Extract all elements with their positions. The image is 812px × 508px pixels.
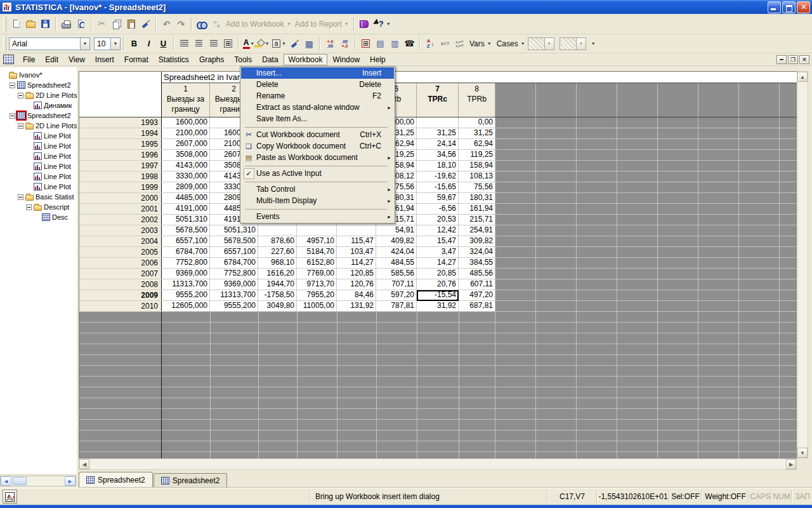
tree-item[interactable]: 2D Line Plots — [0, 121, 77, 131]
increase-decimals-button[interactable]: +.0.00 — [323, 36, 337, 51]
data-cell[interactable]: 4485,000 — [162, 193, 210, 204]
align-right-button[interactable] — [206, 36, 221, 51]
font-size-dropdown-icon[interactable]: ▼ — [110, 37, 121, 50]
data-cell[interactable]: 4143,000 — [162, 161, 210, 171]
data-cell[interactable]: 2607,000 — [162, 139, 210, 150]
menu-bar-item[interactable]: Format — [119, 54, 154, 65]
data-cell[interactable]: 7752,800 — [162, 258, 210, 269]
data-cell[interactable]: 1944,70 — [258, 279, 297, 290]
data-cell[interactable]: 309,82 — [459, 236, 495, 247]
data-cell[interactable]: 9555,200 — [210, 301, 258, 312]
find-next-button[interactable]: A•→B — [209, 17, 224, 32]
variable-specs-button[interactable]: ▤ — [373, 36, 388, 51]
data-cell[interactable]: 254,91 — [459, 225, 495, 236]
tree-item[interactable]: 2D Line Plots — [0, 90, 77, 100]
menu-bar-item[interactable]: Workbook — [284, 54, 328, 65]
redo-button[interactable]: ↷ — [174, 17, 188, 32]
data-cell[interactable]: 484,55 — [376, 258, 417, 269]
data-cell[interactable]: 15,47 — [417, 236, 459, 247]
data-cell[interactable]: 687,81 — [459, 301, 495, 312]
print-preview-button[interactable] — [74, 17, 88, 32]
cases-button[interactable]: Cases▼ — [494, 39, 528, 48]
scroll-down-icon[interactable]: ▼ — [797, 448, 808, 458]
data-cell[interactable]: 5184,70 — [297, 247, 337, 258]
sheet-tab[interactable]: Spreadsheet2 — [154, 473, 228, 487]
data-cell[interactable]: 5678,500 — [162, 225, 210, 236]
grid-button[interactable]: ▦ — [302, 36, 317, 51]
row-header-cell[interactable]: 1993 — [79, 117, 162, 128]
tree-horizontal-scrollbar[interactable]: ◄ ► — [0, 476, 76, 486]
scroll-right-icon[interactable]: ▶ — [786, 459, 796, 469]
tree-item[interactable]: Line Plot — [0, 131, 77, 141]
data-cell[interactable]: 7955,20 — [297, 290, 337, 301]
data-cell[interactable]: 7752,800 — [210, 269, 258, 279]
row-header-cell[interactable]: 2010 — [79, 301, 162, 312]
mdi-close-button[interactable]: ✕ — [799, 55, 809, 64]
scroll-up-icon[interactable]: ▲ — [797, 72, 808, 82]
menu-item[interactable] — [241, 179, 394, 184]
menu-item[interactable]: Multi-Item Display ► — [241, 195, 394, 206]
data-cell[interactable]: 6784,700 — [162, 247, 210, 258]
menu-item[interactable] — [241, 124, 394, 129]
menu-bar-item[interactable]: Tools — [229, 54, 257, 65]
fill-color-button[interactable]: ▼ — [256, 36, 271, 51]
context-help-button[interactable]: ? — [372, 17, 386, 32]
data-cell[interactable]: 6557,100 — [162, 236, 210, 247]
add-to-report-button[interactable]: Add to Report▼ — [293, 20, 351, 29]
data-cell[interactable]: 607,11 — [459, 279, 495, 290]
tree-item[interactable]: Line Plot — [0, 182, 77, 192]
dropdown-caret-icon[interactable]: ▼ — [282, 41, 286, 46]
tree-item[interactable]: Ivanov* — [0, 70, 77, 80]
menu-item[interactable]: Events ► — [241, 211, 394, 222]
menu-item[interactable]: Rename F2 — [241, 90, 394, 102]
sheet-tab[interactable]: Spreadsheet2 — [79, 472, 153, 487]
data-cell[interactable]: 31,92 — [417, 301, 459, 312]
menu-item[interactable] — [241, 163, 394, 168]
menu-item[interactable] — [241, 206, 394, 211]
data-cell[interactable]: 119,25 — [459, 150, 495, 161]
tree-item[interactable]: Spreadsheet2 — [0, 110, 77, 121]
data-cell[interactable]: 1616,20 — [258, 269, 297, 279]
row-header-cell[interactable]: 2003 — [79, 225, 162, 236]
tree-item[interactable]: Spreadsheet2 — [0, 80, 77, 90]
menu-item[interactable]: Use as Active Input — [241, 168, 394, 179]
mdi-restore-button[interactable]: ❐ — [788, 55, 798, 64]
row-header-cell[interactable]: 2008 — [79, 279, 162, 290]
data-cell[interactable]: 75,56 — [459, 182, 495, 193]
print-button[interactable] — [59, 17, 74, 32]
glossary-button[interactable] — [357, 17, 372, 32]
row-header-cell[interactable]: 2004 — [79, 236, 162, 247]
data-cell[interactable]: 12605,000 — [162, 301, 210, 312]
data-cell[interactable]: 0,00 — [459, 117, 495, 128]
data-cell[interactable]: 120,76 — [337, 279, 376, 290]
data-cell[interactable] — [417, 117, 459, 128]
text-box-button[interactable]: a▼ — [271, 36, 287, 51]
font-color-button[interactable]: A▼ — [242, 36, 256, 51]
toolbar-options-caret-icon[interactable]: ▼ — [591, 41, 596, 46]
toolbar-grip[interactable] — [3, 37, 6, 51]
font-name-dropdown-icon[interactable]: ▼ — [80, 37, 90, 50]
menu-bar-item[interactable]: Edit — [40, 54, 63, 65]
data-cell[interactable]: 31,25 — [417, 128, 459, 139]
decrease-decimals-button[interactable]: .00+.0 — [337, 36, 352, 51]
horizontal-scrollbar[interactable]: ◀ ▶ — [79, 458, 797, 470]
row-header-cell[interactable]: 1994 — [79, 128, 162, 139]
cut-button[interactable]: ✂ — [95, 17, 109, 32]
row-header-cell[interactable]: 2000 — [79, 193, 162, 204]
row-header-cell[interactable]: 1998 — [79, 171, 162, 182]
row-header-cell[interactable]: 2006 — [79, 258, 162, 269]
row-header-cell[interactable]: 2002 — [79, 215, 162, 225]
menu-bar-item[interactable]: Data — [257, 54, 283, 65]
data-cell[interactable]: 324,04 — [459, 247, 495, 258]
menu-bar-item[interactable]: View — [63, 54, 90, 65]
data-cell[interactable]: 62,94 — [459, 139, 495, 150]
menu-bar-item[interactable]: File — [18, 54, 40, 65]
tree-item[interactable]: Descript — [0, 202, 77, 212]
data-cell[interactable]: 18,10 — [417, 161, 459, 171]
data-cell[interactable]: 31,25 — [459, 128, 495, 139]
menu-bar-item[interactable]: Help — [365, 54, 391, 65]
open-button[interactable] — [23, 17, 38, 32]
scroll-left-icon[interactable]: ◄ — [1, 476, 11, 486]
paste-button[interactable] — [124, 17, 138, 32]
scrollbar-thumb[interactable] — [13, 477, 27, 485]
